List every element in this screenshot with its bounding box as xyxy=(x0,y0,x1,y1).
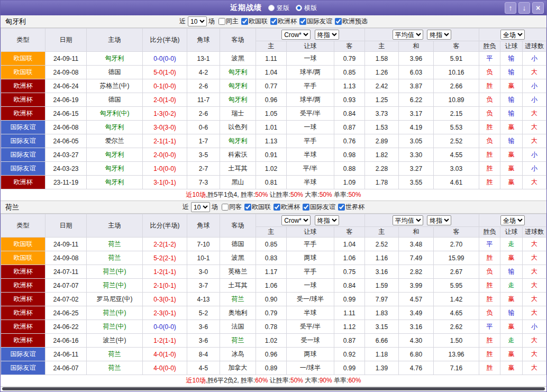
score: 4-0(1-0) xyxy=(143,348,187,361)
match-row: 欧洲杯24-06-19德国2-0(1-0)11-7匈牙利0.96球半/两0.93… xyxy=(1,93,546,107)
match-row: 国际友谊24-06-07荷兰4-0(0-0)4-5加拿大0.89一/球半0.99… xyxy=(1,361,546,375)
competition-checkbox[interactable] xyxy=(241,18,248,25)
scroll-down-button[interactable]: ↓ xyxy=(518,2,530,14)
competition-checkbox[interactable] xyxy=(335,18,342,25)
handicap-line: 一球 xyxy=(287,121,334,134)
down-arrow-icon: ↓ xyxy=(523,4,526,12)
final-odds-select[interactable]: 终指 xyxy=(315,30,339,40)
avg-draw-odds: 3.99 xyxy=(399,279,434,293)
competition-type: 欧国联 xyxy=(1,52,45,66)
competition-filter[interactable]: 国际友谊 xyxy=(297,17,332,26)
score: 2-1(0-1) xyxy=(143,279,187,293)
average-select[interactable]: 平均值 xyxy=(393,215,423,225)
score: 0-3(0-1) xyxy=(143,293,187,306)
result-outcome: 胜 xyxy=(479,176,500,189)
bookmaker-select[interactable]: Crow* xyxy=(281,30,311,40)
avg-home-odds: 1.18 xyxy=(365,348,399,361)
competition-type: 欧洲杯 xyxy=(1,293,45,306)
home-team: 匈牙利 xyxy=(87,148,143,162)
result-outcome: 胜 xyxy=(479,162,500,176)
final-odds-select-2[interactable]: 终指 xyxy=(427,30,451,40)
competition-label: 欧国联 xyxy=(249,17,268,26)
competition-checkbox[interactable] xyxy=(270,18,277,25)
average-select[interactable]: 平均值 xyxy=(393,30,423,40)
same-venue-label: 同客 xyxy=(229,203,242,212)
competition-checkbox[interactable] xyxy=(338,204,345,211)
final-odds-select-2[interactable]: 终指 xyxy=(427,215,451,225)
result-outcome: 胜 xyxy=(479,334,500,348)
layout-radio-horizontal[interactable]: 横版 xyxy=(296,4,317,13)
competition-type: 欧洲杯 xyxy=(1,279,45,293)
results-tbody: 欧国联24-09-11荷兰2-2(1-2)7-10德国0.85平手1.042.5… xyxy=(1,238,546,375)
handicap-home-odds: 0.89 xyxy=(256,361,287,375)
competition-filter[interactable]: 世界杯 xyxy=(335,203,364,212)
competition-filter[interactable]: 欧洲杯 xyxy=(268,17,297,26)
avg-away-odds: 5.95 xyxy=(434,279,479,293)
result-outcome: 负 xyxy=(479,107,500,121)
score: 0-0(0-0) xyxy=(143,320,187,334)
competition-filter[interactable]: 欧洲杯 xyxy=(271,203,300,212)
handicap-home-odds: 0.81 xyxy=(256,176,287,189)
competition-checkbox[interactable] xyxy=(299,18,306,25)
handicap-line: 半球 xyxy=(287,148,334,162)
result-handicap: 输 xyxy=(500,93,523,107)
result-goals: 大 xyxy=(523,334,546,348)
match-row: 国际友谊24-06-11荷兰4-0(1-0)8-4冰岛0.96两球0.921.1… xyxy=(1,348,546,361)
away-team: 波黑 xyxy=(220,52,256,66)
handicap-home-odds: 1.13 xyxy=(256,134,287,148)
handicap-away-odds: 0.99 xyxy=(334,293,365,306)
competition-type: 欧洲杯 xyxy=(1,107,45,121)
match-row: 欧国联24-09-11匈牙利0-0(0-0)13-1波黑1.11一球0.791.… xyxy=(1,52,546,66)
avg-home-odds: 3.16 xyxy=(365,265,399,279)
competition-type: 欧洲杯 xyxy=(1,176,45,189)
match-count-select[interactable]: 10 xyxy=(191,202,210,212)
home-team: 爱尔兰 xyxy=(87,134,143,148)
horizontal-scrollbar[interactable] xyxy=(2,387,545,390)
result-handicap: 输 xyxy=(500,107,523,121)
handicap-line: 两球 xyxy=(287,348,334,361)
match-count-select[interactable]: 10 xyxy=(188,16,207,26)
scope-select[interactable]: 全场 xyxy=(500,30,525,40)
match-date: 24-09-11 xyxy=(45,52,87,66)
column-header-score: 比分(半场) xyxy=(143,29,187,52)
summary-segment: 50% xyxy=(255,191,268,198)
sub-header-avg-away: 客 xyxy=(434,41,479,52)
score: 2-3(0-1) xyxy=(143,306,187,320)
competition-checkbox[interactable] xyxy=(244,204,251,211)
competition-filter[interactable]: 国际友谊 xyxy=(300,203,335,212)
competition-checkbox[interactable] xyxy=(303,204,309,211)
home-team: 匈牙利 xyxy=(87,176,143,189)
scope-select[interactable]: 全场 xyxy=(500,215,525,225)
competition-checkbox[interactable] xyxy=(274,204,280,211)
competition-filter[interactable]: 欧国联 xyxy=(242,203,271,212)
summary-segment: 60% xyxy=(348,377,361,384)
close-button[interactable]: × xyxy=(532,2,544,14)
result-goals: 大 xyxy=(523,238,546,251)
results-table: 类型 日期 主场 比分(半场) 角球 客场 Crow* 终指 平均值 终指 xyxy=(1,28,546,189)
sub-header-avg-home: 主 xyxy=(365,41,399,52)
scroll-up-button[interactable]: ↑ xyxy=(505,2,516,14)
same-venue-filter[interactable]: 同主 xyxy=(216,17,239,26)
competition-filter[interactable]: 欧国联 xyxy=(239,17,268,26)
same-venue-checkbox[interactable] xyxy=(218,18,225,25)
column-header-score: 比分(半场) xyxy=(143,214,187,238)
final-odds-select[interactable]: 终指 xyxy=(315,215,339,225)
match-date: 23-11-19 xyxy=(45,176,87,189)
result-handicap: 走 xyxy=(500,279,523,293)
avg-away-odds: 4.65 xyxy=(434,306,479,320)
handicap-away-odds: 0.99 xyxy=(334,361,365,375)
layout-radio-vertical[interactable]: 竖版 xyxy=(268,4,289,13)
bookmaker-select[interactable]: Crow* xyxy=(281,215,311,225)
handicap-line: 球半/两 xyxy=(287,93,334,107)
competition-type: 欧洲杯 xyxy=(1,334,45,348)
result-goals: 小 xyxy=(523,320,546,334)
avg-away-odds: 10.16 xyxy=(434,66,479,79)
result-outcome: 负 xyxy=(479,134,500,148)
same-venue-filter[interactable]: 同客 xyxy=(219,203,242,212)
corner-count: 0-6 xyxy=(187,121,220,134)
summary-row: 近10场,胜5平1负4, 胜率:50% 让胜率:50% 大率:50% 单率:50… xyxy=(1,189,546,201)
result-handicap: 赢 xyxy=(500,293,523,306)
same-venue-checkbox[interactable] xyxy=(222,204,229,211)
competition-filter[interactable]: 欧洲预选 xyxy=(332,17,368,26)
competition-type: 国际友谊 xyxy=(1,162,45,176)
